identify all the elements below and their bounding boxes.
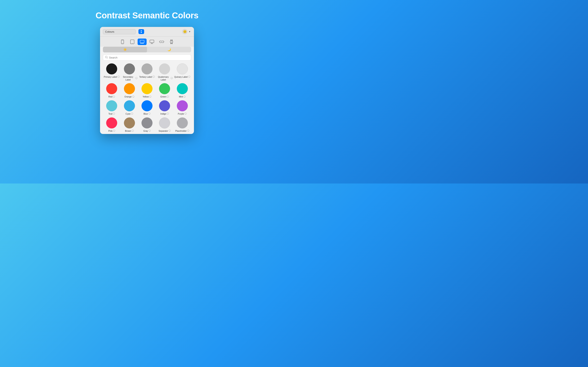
svg-rect-5 — [140, 40, 144, 43]
color-item-quaternary-label[interactable]: Quaternary Labeli — [156, 63, 173, 81]
svg-point-4 — [132, 43, 132, 43]
info-icon-orange[interactable]: i — [132, 96, 134, 98]
svg-text:i: i — [114, 113, 114, 115]
color-label-text-primary-label: Primary Label — [104, 76, 117, 78]
stepper-button[interactable] — [138, 29, 144, 34]
color-item-red[interactable]: Redi — [103, 83, 121, 98]
info-icon-green[interactable]: i — [167, 96, 169, 98]
tab-watch[interactable] — [167, 39, 176, 45]
tab-vision[interactable] — [157, 39, 166, 45]
color-item-orange[interactable]: Orangei — [121, 83, 138, 98]
info-icon-brown[interactable]: i — [132, 130, 134, 132]
tab-mac[interactable] — [138, 39, 147, 45]
tab-ipad[interactable] — [128, 39, 137, 45]
info-icon-indigo[interactable]: i — [167, 113, 169, 115]
mac-icon — [140, 40, 144, 44]
tab-monitor[interactable] — [147, 39, 156, 45]
svg-text:i: i — [188, 130, 189, 132]
color-label-text-brown: Brown — [125, 130, 131, 133]
svg-text:i: i — [150, 96, 151, 98]
info-icon-tertiary-label[interactable]: i — [153, 76, 155, 78]
color-label-text-purple: Purple — [178, 113, 184, 115]
device-tabs — [100, 36, 194, 47]
color-label-row-gray: Grayi — [143, 130, 151, 133]
theme-light-button[interactable]: ☀️ — [103, 47, 147, 52]
color-circle-primary-label — [106, 63, 117, 75]
colours-panel: Colours 🙂 ▾ — [100, 27, 194, 134]
info-icon-mint[interactable]: i — [183, 96, 186, 98]
info-icon-secondary-label[interactable]: i — [135, 77, 138, 80]
info-icon-placeholder[interactable]: i — [187, 130, 189, 132]
panel-title-area: Colours — [103, 29, 182, 34]
color-circle-mint — [177, 83, 188, 94]
color-item-purple[interactable]: Purplei — [173, 100, 191, 115]
color-item-brown[interactable]: Browni — [121, 117, 138, 133]
color-item-teal[interactable]: Teali — [103, 100, 121, 115]
info-icon-yellow[interactable]: i — [149, 96, 151, 98]
color-item-pink[interactable]: Pinki — [103, 117, 121, 133]
color-circle-cyan — [124, 100, 135, 111]
colours-select-wrapper: Colours — [103, 29, 136, 34]
color-label-text-separator: Separator — [159, 130, 168, 133]
color-label-text-blue: Blue — [144, 113, 148, 115]
color-label-text-tertiary-label: Tertiary Label — [139, 76, 152, 78]
info-icon-pink[interactable]: i — [113, 130, 115, 132]
color-label-row-tertiary-label: Tertiary Labeli — [139, 76, 155, 78]
emoji-button[interactable]: 🙂 — [182, 29, 187, 34]
svg-text:i: i — [189, 76, 190, 78]
info-icon-gray[interactable]: i — [149, 130, 151, 132]
info-icon-primary-label[interactable]: i — [118, 76, 120, 78]
vision-icon — [159, 40, 164, 43]
info-icon-separator[interactable]: i — [169, 130, 171, 132]
color-item-tertiary-label[interactable]: Tertiary Labeli — [138, 63, 156, 81]
svg-text:i: i — [114, 130, 114, 132]
info-icon-blue[interactable]: i — [148, 113, 150, 115]
info-icon-teal[interactable]: i — [113, 113, 115, 115]
svg-text:i: i — [154, 76, 154, 78]
info-icon-cyan[interactable]: i — [131, 113, 133, 115]
color-item-green[interactable]: Greeni — [156, 83, 173, 98]
color-label-row-cyan: Cyani — [126, 113, 133, 115]
color-item-mint[interactable]: Minti — [173, 83, 191, 98]
svg-text:i: i — [169, 130, 170, 132]
tab-iphone[interactable] — [118, 39, 127, 45]
search-icon — [105, 56, 108, 59]
iphone-icon — [121, 40, 124, 44]
info-icon-red[interactable]: i — [113, 96, 115, 98]
sun-icon: ☀️ — [123, 48, 127, 51]
chevron-button[interactable]: ▾ — [188, 30, 191, 33]
color-item-secondary-label[interactable]: Secondary Labeli — [121, 63, 138, 81]
color-circle-quaternary-label — [159, 63, 170, 75]
color-label-row-orange: Orangei — [125, 95, 134, 98]
page-title: Contrast Semantic Colors — [95, 11, 199, 20]
color-label-text-cyan: Cyan — [126, 113, 131, 115]
svg-text:i: i — [132, 130, 133, 132]
color-item-placeholder[interactable]: Placeholderi — [173, 117, 191, 133]
color-label-text-orange: Orange — [125, 95, 132, 98]
color-item-blue[interactable]: Bluei — [138, 100, 156, 115]
color-circle-yellow — [141, 83, 153, 94]
color-label-text-gray: Gray — [143, 130, 148, 133]
color-item-quinary-label[interactable]: Quinary Labeli — [173, 63, 191, 81]
color-item-separator[interactable]: Separatori — [156, 117, 173, 133]
svg-text:i: i — [168, 113, 168, 115]
info-icon-quinary-label[interactable]: i — [188, 76, 190, 78]
search-input[interactable] — [109, 56, 189, 59]
color-circle-secondary-label — [124, 63, 135, 75]
theme-toggle: ☀️ 🌙 — [103, 47, 191, 52]
color-label-row-purple: Purplei — [178, 113, 187, 115]
svg-point-1 — [122, 43, 123, 43]
theme-dark-button[interactable]: 🌙 — [147, 47, 191, 52]
colours-dropdown[interactable]: Colours — [103, 29, 136, 34]
info-icon-purple[interactable]: i — [185, 113, 187, 115]
color-item-primary-label[interactable]: Primary Labeli — [103, 63, 121, 81]
color-circle-tertiary-label — [141, 63, 153, 75]
color-item-gray[interactable]: Grayi — [138, 117, 156, 133]
color-item-cyan[interactable]: Cyani — [121, 100, 138, 115]
color-item-yellow[interactable]: Yellowi — [138, 83, 156, 98]
color-label-text-quaternary-label: Quaternary Label — [156, 76, 170, 81]
svg-line-12 — [164, 42, 164, 42]
color-item-indigo[interactable]: Indigoi — [156, 100, 173, 115]
info-icon-quaternary-label[interactable]: i — [171, 77, 173, 80]
search-wrapper — [103, 54, 191, 60]
